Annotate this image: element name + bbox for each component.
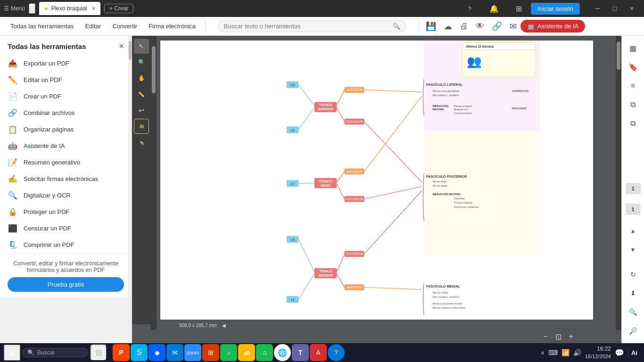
close-button[interactable]: × <box>623 0 640 17</box>
iniciar-sesion-button[interactable]: Iniciar sesión <box>531 3 580 15</box>
crear-icon: 📄 <box>8 92 18 101</box>
save-icon-button[interactable]: 💾 <box>424 19 438 33</box>
task-view-button[interactable]: ⊟ <box>90 344 107 361</box>
download-button[interactable]: ⬇ <box>625 285 642 302</box>
sidebar-item-comprimir[interactable]: 🗜️ Comprimir un PDF <box>0 237 132 253</box>
active-tab[interactable]: ★ Plexo braquial × <box>39 2 100 15</box>
curve-tool-button[interactable]: ↩ <box>134 103 149 118</box>
taskbar-app-spotify1[interactable]: ♪ <box>220 344 237 361</box>
svg-line-48 <box>364 90 422 92</box>
copy1-panel-button[interactable]: ⧉ <box>625 96 642 113</box>
zoom-tool-button[interactable]: 🔍 <box>134 55 149 70</box>
sidebar-item-censurar[interactable]: ⬛ Censurar un PDF <box>0 220 132 237</box>
zoom-in-button[interactable]: + <box>567 332 575 341</box>
notification-center-icon[interactable]: 💬 <box>615 348 624 357</box>
pen-tool-button[interactable]: ✏️ <box>134 87 149 102</box>
svg-line-24 <box>298 183 314 183</box>
sidebar-item-ocr[interactable]: 🔍 Digitalizar y OCR <box>0 187 132 204</box>
new-tab-button[interactable]: + Crear <box>104 4 133 13</box>
sidebar-item-proteger[interactable]: 🔒 Proteger un PDF <box>0 204 132 220</box>
convert-tab[interactable]: Convertir <box>107 21 142 32</box>
upload-icon-button[interactable]: ☁ <box>442 19 454 33</box>
sidebar-item-label: Editar un PDF <box>24 76 62 83</box>
fit-button[interactable]: ⊡ <box>553 332 563 341</box>
zoom-out-right-button[interactable]: 🔍 <box>625 322 642 339</box>
search-area[interactable]: 🔍 <box>218 20 406 32</box>
taskbar-app-ms365[interactable]: ⊞ <box>202 344 219 361</box>
sidebar-item-ia[interactable]: 🤖 Asistente de IA <box>0 138 132 154</box>
sign-tool-button[interactable]: ✒️ <box>134 135 149 150</box>
zoom-out-button[interactable]: − <box>541 332 549 341</box>
taskbar-app-chrome[interactable]: 🌐 <box>274 344 291 361</box>
ai-tool-button[interactable]: Ai <box>134 119 149 134</box>
search-input[interactable] <box>224 23 390 30</box>
sidebar-scrollbar[interactable] <box>128 36 132 343</box>
taskbar-app-skype[interactable]: S <box>131 344 148 361</box>
maximize-button[interactable]: □ <box>606 0 623 17</box>
scroll-up-button[interactable]: ▲ <box>625 222 642 239</box>
left-tools-panel: ↖ 🔍 ✋ ✏️ ↩ Ai ✒️ <box>132 36 151 324</box>
svg-text:Nervios pectorales medial: Nervios pectorales medial <box>432 302 462 305</box>
all-tools-tab[interactable]: Todas las herramientas <box>6 21 78 32</box>
minimize-button[interactable]: ─ <box>589 0 606 17</box>
svg-text:POSTERIOR: POSTERIOR <box>346 197 363 201</box>
sidebar-header: Todas las herramientas × <box>0 36 132 55</box>
notification-button[interactable]: 🔔 <box>486 0 503 17</box>
taskbar-app-zoom[interactable]: zoom <box>184 344 201 361</box>
menu-button[interactable]: ☰ Menú <box>4 5 25 12</box>
print-icon-button[interactable]: 🖨 <box>458 19 470 33</box>
reader-icon-button[interactable]: 👁 <box>474 19 486 33</box>
sidebar-item-exportar[interactable]: 📤 Exportar un PDF <box>0 55 132 72</box>
taskbar-search[interactable]: 🔍 Buscar <box>22 348 88 357</box>
ai-taskbar-label[interactable]: Ai <box>628 348 640 357</box>
tab-close-button[interactable]: × <box>92 5 96 12</box>
taskbar-app-files[interactable]: 📁 <box>238 344 255 361</box>
refresh-button[interactable]: ↻ <box>625 266 642 283</box>
hand-tool-button[interactable]: ✋ <box>134 71 149 86</box>
help-button[interactable]: ? <box>461 0 478 17</box>
pdf-page: C5 C6 C7 C8 T1 TRONCO SUP <box>160 41 593 320</box>
exportar-icon: 📤 <box>8 59 18 68</box>
taskbar-app-spotify2[interactable]: ♫ <box>256 344 273 361</box>
svg-text:SUPERFICIAL: SUPERFICIAL <box>512 90 529 92</box>
start-button[interactable]: ⊞ <box>4 345 20 361</box>
taskbar-search-placeholder: Buscar <box>37 349 55 356</box>
toolbar-separator-2 <box>419 21 419 32</box>
taskbar-app-dropbox[interactable]: ◆ <box>149 344 165 361</box>
organizar-icon: 📋 <box>8 125 18 134</box>
apps-button[interactable]: ⊞ <box>510 0 527 17</box>
pdf-scrollbar[interactable] <box>151 36 157 330</box>
sidebar-title: Todas las herramientas <box>8 42 86 50</box>
thumbnail-panel-button[interactable]: ▦ <box>625 40 642 57</box>
copy2-panel-button[interactable]: ⧉ <box>625 115 642 132</box>
sidebar-item-editar[interactable]: ✏️ Editar un PDF <box>0 72 132 88</box>
taskbar-app-ps[interactable]: P <box>113 344 130 361</box>
svg-text:POSTERIOR: POSTERIOR <box>346 120 363 123</box>
taskbar-app-help[interactable]: ? <box>328 344 345 361</box>
sidebar-item-combinar[interactable]: 🔗 Combinar archivos <box>0 105 132 121</box>
prueba-gratis-button[interactable]: Prueba gratis <box>8 277 124 292</box>
select-tool-button[interactable]: ↖ <box>134 39 149 54</box>
ai-assistant-button[interactable]: 🤖 Asistente de IA <box>520 20 585 33</box>
sidebar-close-button[interactable]: × <box>119 41 124 51</box>
email-icon-button[interactable]: ✉ <box>508 19 519 33</box>
svg-text:INERVACIÓN MOTORA: INERVACIÓN MOTORA <box>432 192 460 196</box>
up-arrow-icon: ∧ <box>541 350 545 356</box>
link-icon-button[interactable]: 🔗 <box>490 19 504 33</box>
pdf-right-scrollbar[interactable] <box>616 36 621 330</box>
sidebar-item-resumen[interactable]: 📝 Resumen generativo <box>0 154 132 171</box>
layers-panel-button[interactable]: ≡ <box>625 77 642 94</box>
edit-tab[interactable]: Editar <box>80 21 106 32</box>
sidebar-item-organizar[interactable]: 📋 Organizar páginas <box>0 121 132 138</box>
zoom-in-right-button[interactable]: 🔍 <box>625 304 642 321</box>
bookmark-panel-button[interactable]: 🔖 <box>625 58 642 75</box>
scroll-down-button[interactable]: ▼ <box>625 241 642 258</box>
taskbar-app-acrobat[interactable]: A <box>310 344 327 361</box>
taskbar-app-teams[interactable]: T <box>292 344 309 361</box>
firma-tab[interactable]: Firma electrónica <box>144 21 200 32</box>
home-button[interactable]: ⌂ <box>29 3 35 14</box>
sidebar-item-crear[interactable]: 📄 Crear un PDF <box>0 88 132 105</box>
pdf-viewer: ↖ 🔍 ✋ ✏️ ↩ Ai ✒️ <box>132 36 621 343</box>
sidebar-item-firmas[interactable]: ✍️ Solicitar firmas electrónicas <box>0 171 132 187</box>
taskbar-app-mail[interactable]: ✉ <box>166 344 183 361</box>
